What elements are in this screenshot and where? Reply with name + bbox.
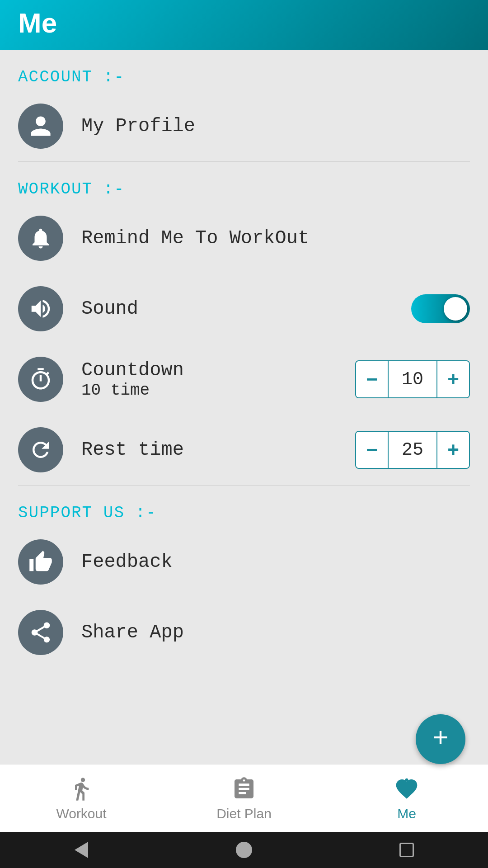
runner-icon (68, 775, 95, 802)
rest-time-label: Rest time (81, 439, 355, 461)
nav-workout[interactable]: Workout (0, 775, 163, 821)
sound-toggle[interactable] (411, 294, 470, 323)
header: Me (0, 0, 488, 50)
feedback-label: Feedback (81, 551, 470, 573)
nav-me-label: Me (397, 806, 416, 821)
account-section-label: ACCOUNT :- (0, 50, 488, 91)
my-profile-label: My Profile (81, 115, 470, 137)
refresh-icon (18, 427, 63, 472)
share-app-item[interactable]: Share App (0, 597, 488, 668)
person-icon (18, 104, 63, 149)
countdown-item: Countdown 10 time − 10 + (0, 344, 488, 415)
support-section-label: SUPPORT US :- (0, 486, 488, 527)
back-button[interactable] (70, 839, 93, 861)
rest-time-decrement-button[interactable]: − (356, 432, 388, 468)
svg-point-0 (405, 778, 408, 781)
recent-button[interactable] (395, 839, 418, 861)
fab-plus-icon: + (432, 726, 449, 753)
countdown-decrement-button[interactable]: − (356, 361, 388, 397)
content-area: ACCOUNT :- My Profile WORKOUT :- Remind … (0, 50, 488, 764)
workout-section-label: WORKOUT :- (0, 162, 488, 203)
home-circle-icon (236, 842, 252, 858)
countdown-value: 10 (388, 361, 437, 397)
clipboard-icon (230, 775, 258, 802)
countdown-increment-button[interactable]: + (437, 361, 469, 397)
back-triangle-icon (75, 842, 88, 858)
nav-me[interactable]: Me (325, 775, 488, 821)
rest-time-value: 25 (388, 432, 437, 468)
thumbsup-icon (18, 539, 63, 585)
timer-icon (18, 357, 63, 402)
system-navigation (0, 832, 488, 868)
page-title: Me (18, 7, 57, 39)
feedback-item[interactable]: Feedback (0, 527, 488, 597)
nav-workout-label: Workout (56, 806, 106, 821)
my-profile-item[interactable]: My Profile (0, 91, 488, 161)
countdown-subtext: 10 time (81, 381, 355, 400)
countdown-label-group: Countdown 10 time (81, 359, 355, 400)
countdown-stepper: − 10 + (355, 360, 470, 398)
toggle-thumb (444, 297, 467, 321)
sound-label: Sound (81, 298, 411, 320)
rest-time-item: Rest time − 25 + (0, 415, 488, 485)
remind-workout-label: Remind Me To WorkOut (81, 227, 470, 249)
share-app-label: Share App (81, 622, 470, 643)
heart-person-icon (393, 775, 420, 802)
fab-button[interactable]: + (416, 714, 465, 764)
bell-icon (18, 216, 63, 261)
bottom-navigation: Workout Diet Plan Me (0, 764, 488, 832)
remind-workout-item[interactable]: Remind Me To WorkOut (0, 203, 488, 274)
home-button[interactable] (233, 839, 255, 861)
recent-square-icon (399, 843, 414, 857)
rest-time-stepper: − 25 + (355, 431, 470, 469)
nav-diet-plan-label: Diet Plan (216, 806, 272, 821)
toggle-track (411, 294, 470, 323)
countdown-label: Countdown (81, 359, 355, 381)
nav-diet-plan[interactable]: Diet Plan (163, 775, 325, 821)
rest-time-increment-button[interactable]: + (437, 432, 469, 468)
volume-icon (18, 286, 63, 331)
share-icon (18, 610, 63, 655)
sound-item[interactable]: Sound (0, 274, 488, 344)
